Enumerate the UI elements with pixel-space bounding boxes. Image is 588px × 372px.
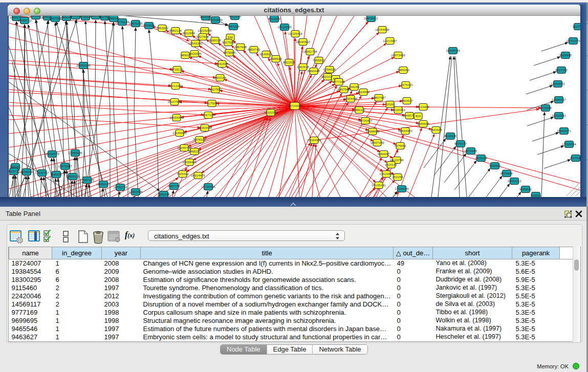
svg-text:12444157: 12444157 <box>552 98 566 101</box>
svg-text:9115460: 9115460 <box>417 105 429 108</box>
svg-text:8186328: 8186328 <box>209 38 222 42</box>
svg-text:17359928: 17359928 <box>68 151 82 155</box>
svg-text:12942757: 12942757 <box>35 171 49 174</box>
svg-text:98901: 98901 <box>181 53 190 57</box>
svg-text:19654983: 19654983 <box>169 116 184 119</box>
svg-text:3215958: 3215958 <box>539 106 552 110</box>
svg-text:5878332: 5878332 <box>193 138 206 141</box>
svg-text:9146821: 9146821 <box>260 52 273 56</box>
svg-text:546: 546 <box>228 35 233 39</box>
svg-text:8813054: 8813054 <box>229 16 242 18</box>
svg-text:1112795: 1112795 <box>572 25 580 28</box>
svg-text:7986322: 7986322 <box>353 108 366 112</box>
svg-text:13325419: 13325419 <box>288 32 302 35</box>
svg-text:6879197: 6879197 <box>454 142 467 145</box>
svg-text:7632621: 7632621 <box>489 164 502 167</box>
svg-text:12213369: 12213369 <box>168 84 183 87</box>
svg-text:15692971: 15692971 <box>557 129 571 133</box>
svg-text:15751074: 15751074 <box>566 39 580 42</box>
svg-text:7625402: 7625402 <box>177 172 189 176</box>
svg-text:16671355: 16671355 <box>128 21 143 25</box>
svg-text:16099483: 16099483 <box>182 160 197 164</box>
svg-text:10154808: 10154808 <box>375 28 389 31</box>
svg-text:8990448: 8990448 <box>308 69 320 73</box>
svg-text:18807249: 18807249 <box>370 141 384 144</box>
svg-text:8912954: 8912954 <box>183 31 195 35</box>
svg-text:8938928: 8938928 <box>444 134 457 138</box>
svg-text:8813054: 8813054 <box>268 17 281 20</box>
svg-text:10688609: 10688609 <box>365 129 380 133</box>
svg-text:17957225: 17957225 <box>80 178 94 182</box>
svg-text:1156829: 1156829 <box>20 170 33 173</box>
svg-text:16961758: 16961758 <box>303 50 317 53</box>
svg-text:13716485: 13716485 <box>201 185 215 188</box>
svg-text:1292346: 1292346 <box>158 192 170 196</box>
svg-text:2718176: 2718176 <box>171 68 184 71</box>
svg-text:20053346: 20053346 <box>76 63 91 67</box>
svg-text:19218506: 19218506 <box>277 25 292 29</box>
svg-text:12923466: 12923466 <box>128 190 143 193</box>
svg-text:7485063: 7485063 <box>397 68 410 72</box>
svg-text:924561: 924561 <box>531 193 541 197</box>
svg-text:13524851: 13524851 <box>379 172 394 176</box>
svg-text:15720407: 15720407 <box>358 119 373 122</box>
svg-text:9245612: 9245612 <box>519 187 532 191</box>
svg-text:12505115: 12505115 <box>66 174 80 178</box>
svg-text:7975692: 7975692 <box>394 144 407 147</box>
svg-text:10973493: 10973493 <box>391 53 405 57</box>
svg-text:7955812: 7955812 <box>313 58 325 62</box>
svg-text:9227342: 9227342 <box>555 68 568 72</box>
svg-text:3624554: 3624554 <box>357 90 370 94</box>
svg-text:10543382: 10543382 <box>188 41 203 45</box>
svg-text:9474444: 9474444 <box>465 149 477 152</box>
svg-text:2803144: 2803144 <box>214 76 227 79</box>
svg-text:10958137: 10958137 <box>96 182 111 186</box>
svg-text:804: 804 <box>416 114 421 118</box>
svg-text:15046748: 15046748 <box>177 146 191 149</box>
svg-text:1588520: 1588520 <box>270 57 282 60</box>
svg-text:12353594: 12353594 <box>198 126 212 129</box>
svg-text:9457771: 9457771 <box>168 184 181 188</box>
svg-text:3915717: 3915717 <box>9 169 20 173</box>
svg-text:9329965: 9329965 <box>559 53 572 57</box>
svg-text:16782759: 16782759 <box>113 185 127 189</box>
svg-text:14136141: 14136141 <box>372 183 386 187</box>
svg-text:16914479: 16914479 <box>191 173 205 177</box>
svg-text:10025453: 10025453 <box>391 108 405 112</box>
svg-text:16033809: 16033809 <box>208 18 223 21</box>
svg-text:7857224: 7857224 <box>227 25 240 28</box>
svg-text:417006: 417006 <box>207 101 217 105</box>
svg-text:14055712: 14055712 <box>17 18 32 22</box>
svg-text:10719134: 10719134 <box>115 20 129 24</box>
svg-text:19166825: 19166825 <box>172 131 187 135</box>
svg-text:9242848: 9242848 <box>216 62 229 65</box>
svg-text:7463822: 7463822 <box>156 26 169 30</box>
svg-text:16107552: 16107552 <box>167 100 182 103</box>
svg-text:9327508: 9327508 <box>197 35 209 38</box>
svg-text:16210643: 16210643 <box>552 114 566 117</box>
svg-text:1145193: 1145193 <box>50 172 62 176</box>
svg-text:6794028: 6794028 <box>323 68 336 71</box>
svg-text:9327508: 9327508 <box>222 40 235 44</box>
svg-text:9777169: 9777169 <box>333 80 345 83</box>
svg-text:21364436: 21364436 <box>343 97 358 100</box>
svg-text:9699695: 9699695 <box>417 122 430 125</box>
svg-text:1615132: 1615132 <box>385 163 398 166</box>
svg-text:12975115: 12975115 <box>399 83 413 86</box>
svg-text:9463627: 9463627 <box>401 99 413 102</box>
svg-text:10654112: 10654112 <box>507 179 521 183</box>
svg-text:18724007: 18724007 <box>288 104 302 107</box>
svg-text:2867608: 2867608 <box>234 45 247 49</box>
svg-text:1167533: 1167533 <box>570 156 580 160</box>
svg-text:18654923: 18654923 <box>398 129 412 133</box>
svg-text:17016504: 17016504 <box>562 142 576 146</box>
svg-text:1640915: 1640915 <box>430 128 443 132</box>
svg-text:8454749: 8454749 <box>248 48 260 51</box>
svg-text:10807487: 10807487 <box>372 96 386 99</box>
svg-text:12093872: 12093872 <box>551 82 565 85</box>
svg-text:5875685: 5875685 <box>223 51 236 54</box>
svg-text:252254: 252254 <box>393 175 403 179</box>
svg-text:16648784: 16648784 <box>446 49 460 52</box>
svg-text:2069140: 2069140 <box>30 16 42 17</box>
svg-text:19384554: 19384554 <box>307 138 321 142</box>
